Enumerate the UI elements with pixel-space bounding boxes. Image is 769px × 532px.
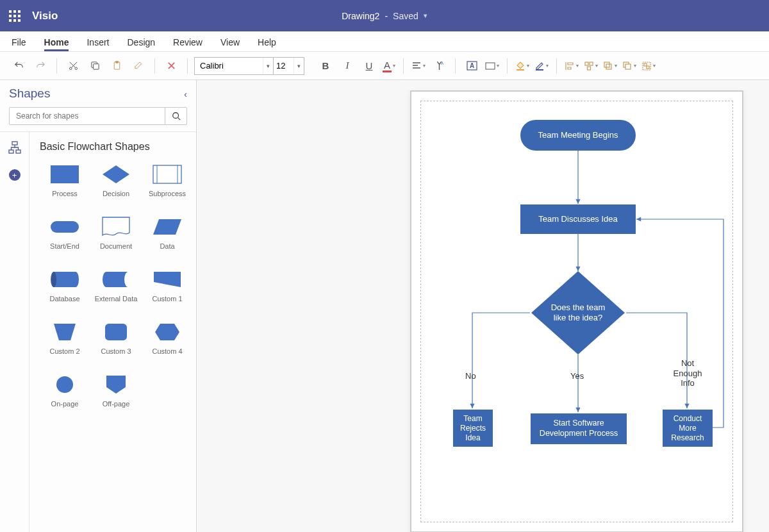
redo-button[interactable] [31,56,50,76]
shape-custom1[interactable]: Custom 1 [142,267,192,315]
shape-data[interactable]: Data [142,214,192,263]
stencil-list: Basic Flowchart Shapes Process Decision … [29,132,196,532]
paste-button[interactable] [107,56,126,76]
separator [56,58,57,74]
shape-process[interactable]: Process [40,162,90,210]
shape-search-button[interactable] [165,108,186,124]
app-name: Visio [32,10,58,22]
tab-view[interactable]: View [220,37,240,51]
svg-marker-33 [154,272,181,287]
label-yes: Yes [570,371,584,381]
font-name-dropdown[interactable]: ▾ [263,58,273,74]
shape-search [9,107,187,125]
align-button[interactable]: ▾ [410,61,427,71]
underline-button[interactable]: U [360,56,379,76]
text-box-button[interactable]: A [462,56,481,76]
svg-rect-25 [51,165,79,183]
align-objects-button[interactable]: ▾ [563,61,580,71]
font-name-input[interactable] [195,58,263,74]
font-size-dropdown[interactable]: ▾ [294,58,304,74]
tab-review[interactable]: Review [173,37,203,51]
separator [154,58,155,74]
send-back-button[interactable]: ▾ [621,61,638,71]
separator [403,58,404,74]
position-button[interactable]: ▾ [583,61,599,71]
shape-offpage[interactable]: Off-page [91,372,141,420]
svg-rect-23 [9,150,13,153]
delete-button[interactable]: ✕ [161,56,181,76]
shape-database[interactable]: Database [40,267,90,315]
node-research[interactable]: Conduct More Research [663,410,713,447]
line-color-button[interactable]: ▾ [533,61,550,71]
svg-rect-13 [588,67,591,70]
shape-search-input[interactable] [10,108,165,124]
bold-button[interactable]: B [316,56,335,76]
svg-point-21 [172,113,178,119]
shape-document[interactable]: Document [91,214,141,263]
stencil-flowchart-icon[interactable] [8,141,21,156]
fill-shape-button[interactable]: ▾ [484,62,500,70]
svg-rect-8 [486,63,495,69]
group-button[interactable]: ▾ [640,61,657,71]
node-decision[interactable]: Does the team like the idea? [530,270,626,356]
main-area: Shapes ‹ + Basic Flowchart Shapes Pr [0,80,769,532]
svg-point-1 [74,67,77,70]
shape-onpage[interactable]: On-page [40,372,90,420]
separator [507,58,508,74]
shape-startend[interactable]: Start/End [40,214,90,263]
canvas[interactable]: Team Meeting Begins Team Discusses Idea … [197,80,769,532]
format-painter-button[interactable] [129,56,148,76]
label-no: No [465,371,476,381]
stencil-title: Basic Flowchart Shapes [40,141,191,153]
shape-subprocess[interactable]: Subprocess [142,162,192,210]
svg-rect-14 [606,64,611,69]
separator [187,58,188,74]
svg-rect-20 [647,66,649,69]
tab-file[interactable]: File [12,37,26,51]
svg-rect-27 [153,165,181,183]
drawing-page[interactable]: Team Meeting Begins Team Discusses Idea … [410,90,743,532]
svg-marker-34 [54,324,76,340]
svg-rect-22 [12,142,17,145]
shape-custom4[interactable]: Custom 4 [142,319,192,368]
shape-custom3[interactable]: Custom 3 [91,319,141,368]
undo-button[interactable] [9,56,28,76]
toolbar: ✕ ▾ ▾ B I U A▾ ▾ A A ▾ ▾ ▾ ▾ ▾ ▾ ▾ [0,52,769,80]
svg-rect-11 [585,62,588,65]
add-stencil-button[interactable]: + [9,169,21,181]
tab-design[interactable]: Design [127,37,155,51]
svg-marker-37 [106,376,126,394]
fill-color-button[interactable]: ▾ [514,61,531,71]
node-start[interactable]: Team Meeting Begins [520,120,636,151]
node-reject[interactable]: Team Rejects Idea [453,410,493,447]
font-color-button[interactable]: A▾ [381,60,397,72]
app-launcher-icon[interactable] [9,10,21,22]
tab-home[interactable]: Home [44,37,69,51]
shape-grid: Process Decision Subprocess Start/End Do… [40,162,191,420]
collapse-panel-button[interactable]: ‹ [184,88,187,99]
node-discuss[interactable]: Team Discusses Idea [520,204,636,234]
stencil-rail: + [0,132,29,532]
bring-front-button[interactable]: ▾ [602,61,618,71]
font-size-input[interactable] [273,58,294,74]
document-status-sep: - [384,11,388,21]
separator [455,58,456,74]
shape-decision[interactable]: Decision [91,162,141,210]
tab-insert[interactable]: Insert [87,37,109,51]
svg-marker-35 [155,324,179,340]
tab-help[interactable]: Help [258,37,276,51]
copy-button[interactable] [85,56,104,76]
ribbon-tabs: File Home Insert Design Review View Help [0,31,769,52]
shapes-panel: Shapes ‹ + Basic Flowchart Shapes Pr [0,80,197,532]
italic-button[interactable]: I [338,56,357,76]
svg-marker-31 [153,219,181,235]
shape-externaldata[interactable]: External Data [91,267,141,315]
svg-point-0 [69,67,72,70]
cut-button[interactable] [63,56,83,76]
svg-rect-12 [590,62,593,65]
document-title-button[interactable]: Drawing2 - Saved ▾ [342,11,427,21]
svg-point-36 [56,376,73,393]
shape-custom2[interactable]: Custom 2 [40,319,90,368]
vertical-text-button[interactable]: A [429,56,449,76]
node-develop[interactable]: Start Software Development Process [531,413,627,444]
